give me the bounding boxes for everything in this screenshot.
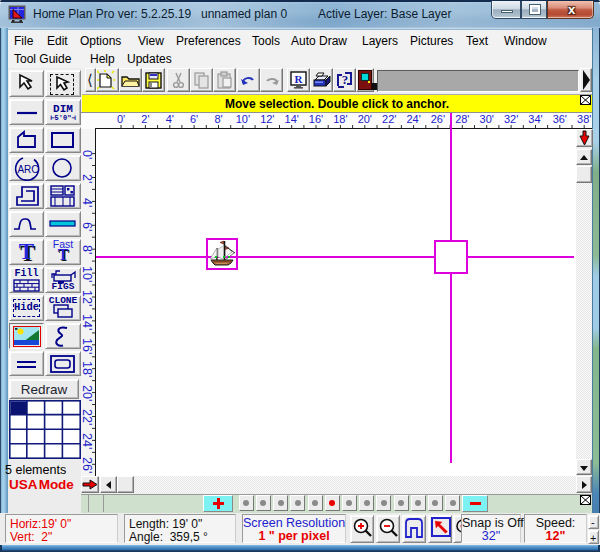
svg-text:24': 24'	[406, 113, 420, 125]
svg-text:ARC: ARC	[17, 164, 38, 175]
svg-text:2': 2'	[141, 113, 149, 125]
svg-text:14': 14'	[285, 113, 299, 125]
svg-text:4': 4'	[166, 113, 174, 125]
svg-text:0': 0'	[117, 113, 125, 125]
svg-text:32': 32'	[504, 113, 518, 125]
svg-text:28': 28'	[455, 113, 469, 125]
svg-text:26': 26'	[431, 113, 445, 125]
svg-text:22': 22'	[382, 113, 396, 125]
svg-text:36': 36'	[553, 113, 567, 125]
svg-text:34': 34'	[528, 113, 542, 125]
svg-text:R: R	[295, 73, 304, 85]
svg-text:38': 38'	[577, 113, 591, 125]
svg-text:8': 8'	[214, 113, 222, 125]
svg-text:18': 18'	[333, 113, 347, 125]
svg-text:12': 12'	[260, 113, 274, 125]
svg-text:16': 16'	[309, 113, 323, 125]
svg-text:10': 10'	[236, 113, 250, 125]
svg-text:6': 6'	[190, 113, 198, 125]
svg-text:20': 20'	[358, 113, 372, 125]
svg-text:30': 30'	[480, 113, 494, 125]
svg-text:?: ?	[342, 72, 349, 87]
